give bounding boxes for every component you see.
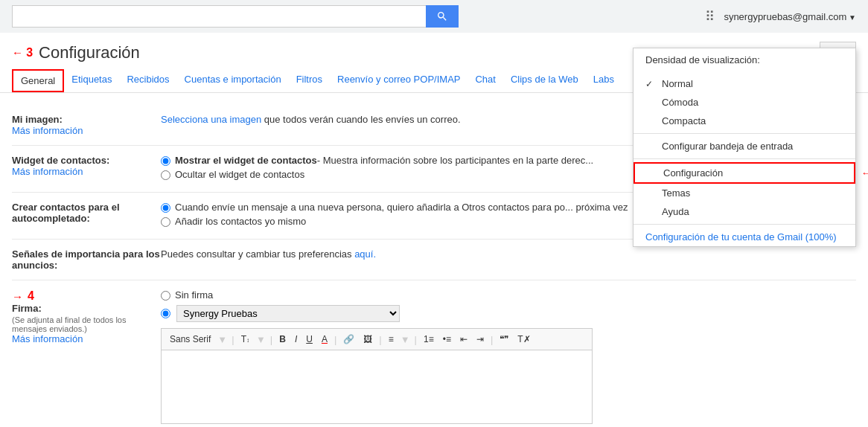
widget-opt1-radio[interactable] [161, 156, 170, 166]
toolbar-italic[interactable]: I [291, 332, 301, 347]
firma-email-row: Synergy Pruebas [161, 305, 856, 322]
crear-opt1-radio[interactable] [161, 203, 170, 213]
search-input[interactable] [12, 5, 426, 28]
firma-value: Sin firma Synergy Pruebas Sans Serif ▼ |… [161, 289, 856, 427]
firma-no-firma-radio[interactable] [161, 291, 170, 301]
mi-imagen-label: Mi imagen: Más información [12, 114, 161, 136]
annotation-4-badge: 4 [28, 289, 34, 303]
dropdown-account-settings[interactable]: Configuración de tu cuenta de Gmail (100… [634, 228, 855, 246]
annotation-2: ← 2 [861, 167, 868, 179]
dropdown-divider-3 [634, 224, 855, 225]
firma-email-select[interactable]: Synergy Pruebas [176, 305, 400, 322]
toolbar-size[interactable]: T↕ [237, 332, 253, 347]
senales-value: Puedes consultar y cambiar tus preferenc… [161, 248, 856, 271]
toolbar-indent-more[interactable]: ⇥ [473, 332, 488, 347]
firma-toolbar: Sans Serif ▼ | T↕ ▼ | B I U A | 🔗 🖼 | ≡ … [161, 328, 593, 350]
toolbar-remove-format[interactable]: T✗ [514, 332, 534, 347]
tab-recibidos[interactable]: Recibidos [119, 69, 176, 92]
tab-labs[interactable]: Labs [586, 69, 622, 92]
toolbar-image[interactable]: 🖼 [360, 332, 376, 347]
dropdown-comoda[interactable]: Cómoda [634, 93, 855, 112]
top-right-area: ⠿ synergypruebas@gmail.com [705, 8, 856, 25]
mi-imagen-link[interactable]: Selecciona una imagen [161, 114, 261, 125]
dropdown-settings[interactable]: Configuración ← 2 [634, 162, 855, 184]
toolbar-indent-less[interactable]: ⇤ [456, 332, 471, 347]
tab-clips[interactable]: Clips de la Web [503, 69, 586, 92]
crear-label: Crear contactos para el autocompletado: [12, 202, 161, 230]
dropdown-compacta[interactable]: Compacta [634, 112, 855, 130]
tab-general[interactable]: General [12, 69, 64, 92]
user-email[interactable]: synergypruebas@gmail.com [724, 11, 856, 22]
dropdown-density-section: Densidad de visualización: [634, 48, 855, 74]
grid-icon[interactable]: ⠿ [705, 8, 715, 25]
search-button[interactable] [426, 5, 459, 28]
firma-editor[interactable] [161, 350, 593, 424]
dropdown-divider-2 [634, 158, 855, 159]
settings-firma: → 4 Firma: (Se adjunta al final de todos… [12, 280, 856, 427]
firma-email-radio[interactable] [161, 309, 170, 318]
dropdown-divider-1 [634, 133, 855, 134]
widget-opt2-radio[interactable] [161, 170, 170, 180]
toolbar-num-list[interactable]: 1≡ [420, 332, 438, 347]
widget-label: Widget de contactos: Más información [12, 155, 161, 183]
check-icon: ✓ [645, 79, 656, 89]
tab-reenvio[interactable]: Reenvío y correo POP/IMAP [330, 69, 467, 92]
dropdown-menu: Densidad de visualización: ✓ Normal Cómo… [633, 48, 856, 247]
toolbar-bullet-list[interactable]: •≡ [439, 332, 455, 347]
toolbar-bold[interactable]: B [275, 332, 290, 347]
tab-etiquetas[interactable]: Etiquetas [64, 69, 119, 92]
annotation-4-arrow: → [12, 290, 23, 303]
tab-chat[interactable]: Chat [467, 69, 502, 92]
tab-filtros[interactable]: Filtros [289, 69, 330, 92]
toolbar-align[interactable]: ≡ [385, 332, 398, 347]
dropdown-normal[interactable]: ✓ Normal [634, 74, 855, 93]
annotation-3-arrow: ← 3 [12, 46, 33, 60]
dropdown-density-title: Densidad de visualización: [645, 54, 843, 65]
top-bar: ⠿ synergypruebas@gmail.com [0, 0, 868, 33]
toolbar-font-color[interactable]: A [318, 332, 331, 347]
crear-opt2-radio[interactable] [161, 217, 170, 227]
firma-no-firma: Sin firma [161, 289, 856, 301]
firma-label: → 4 Firma: (Se adjunta al final de todos… [12, 289, 161, 344]
firma-more-info[interactable]: Más información [12, 333, 83, 344]
senales-link[interactable]: aquí. [354, 248, 376, 260]
senales-label: Señales de importancia para los anuncios… [12, 248, 161, 271]
page-title: Configuración [39, 43, 140, 62]
widget-more-info[interactable]: Más información [12, 166, 161, 177]
search-area [12, 5, 459, 28]
dropdown-help[interactable]: Ayuda [634, 202, 855, 221]
tab-cuentas[interactable]: Cuentas e importación [177, 69, 289, 92]
dropdown-themes[interactable]: Temas [634, 184, 855, 202]
toolbar-quote[interactable]: ❝❞ [496, 332, 512, 347]
toolbar-underline[interactable]: U [302, 332, 316, 347]
toolbar-font[interactable]: Sans Serif [166, 332, 214, 347]
toolbar-link[interactable]: 🔗 [339, 332, 358, 347]
mi-imagen-more-info[interactable]: Más información [12, 125, 161, 136]
dropdown-configure-inbox[interactable]: Configurar bandeja de entrada [634, 137, 855, 155]
